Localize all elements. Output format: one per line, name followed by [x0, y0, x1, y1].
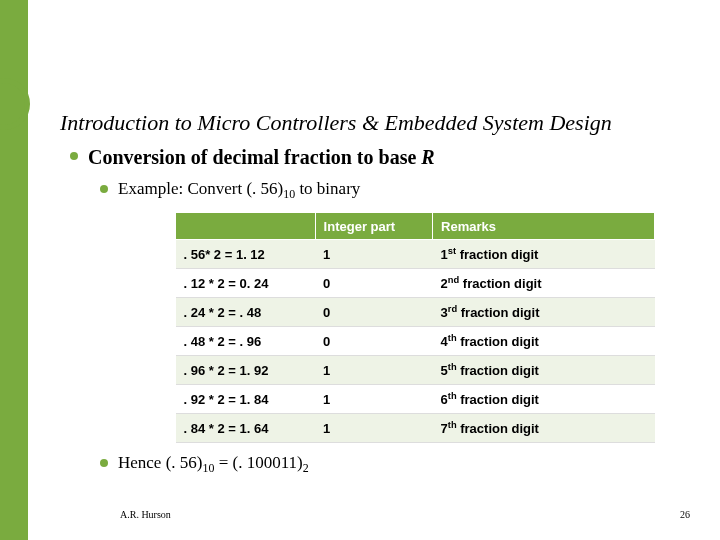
th-blank: [176, 213, 316, 240]
cell-remarks: 2nd fraction digit: [433, 269, 655, 298]
th-integer: Integer part: [315, 213, 432, 240]
bullet-icon: [100, 185, 108, 193]
cell-remarks: 3rd fraction digit: [433, 298, 655, 327]
cell-calc: . 48 * 2 = . 96: [176, 327, 316, 356]
heading-text: Conversion of decimal fraction to base: [88, 146, 421, 168]
cell-calc: . 92 * 2 = 1. 84: [176, 385, 316, 414]
cell-calc: . 96 * 2 = 1. 92: [176, 356, 316, 385]
table-row: . 24 * 2 = . 4803rd fraction digit: [176, 298, 655, 327]
cell-int: 1: [315, 240, 432, 269]
th-remarks: Remarks: [433, 213, 655, 240]
bullet-icon: [70, 152, 78, 160]
hence-line: Hence (. 56)10 = (. 100011)2: [118, 453, 690, 476]
cell-int: 0: [315, 327, 432, 356]
table-row: . 48 * 2 = . 9604th fraction digit: [176, 327, 655, 356]
example-line: Example: Convert (. 56)10 to binary: [118, 179, 690, 202]
cell-int: 0: [315, 298, 432, 327]
cell-calc: . 84 * 2 = 1. 64: [176, 414, 316, 443]
conversion-table: Integer part Remarks . 56* 2 = 1. 1211st…: [175, 212, 655, 443]
cell-int: 1: [315, 356, 432, 385]
heading-line: Conversion of decimal fraction to base R: [88, 146, 690, 169]
cell-remarks: 4th fraction digit: [433, 327, 655, 356]
heading-variable: R: [421, 146, 434, 168]
table-row: . 92 * 2 = 1. 8416th fraction digit: [176, 385, 655, 414]
cell-calc: . 56* 2 = 1. 12: [176, 240, 316, 269]
cell-calc: . 12 * 2 = 0. 24: [176, 269, 316, 298]
cell-remarks: 7th fraction digit: [433, 414, 655, 443]
cell-calc: . 24 * 2 = . 48: [176, 298, 316, 327]
example-label: Example: Convert (. 56): [118, 179, 283, 198]
table-row: . 12 * 2 = 0. 2402nd fraction digit: [176, 269, 655, 298]
slide-content: Introduction to Micro Controllers & Embe…: [60, 110, 690, 487]
hence-sub2: 2: [303, 462, 309, 476]
cell-remarks: 5th fraction digit: [433, 356, 655, 385]
slide-title: Introduction to Micro Controllers & Embe…: [60, 110, 690, 136]
table-row: . 56* 2 = 1. 1211st fraction digit: [176, 240, 655, 269]
example-sub: 10: [283, 187, 295, 201]
table-row: . 84 * 2 = 1. 6417th fraction digit: [176, 414, 655, 443]
cell-remarks: 1st fraction digit: [433, 240, 655, 269]
cell-int: 0: [315, 269, 432, 298]
table-row: . 96 * 2 = 1. 9215th fraction digit: [176, 356, 655, 385]
table-body: . 56* 2 = 1. 1211st fraction digit. 12 *…: [176, 240, 655, 443]
example-tail: to binary: [295, 179, 360, 198]
cell-int: 1: [315, 414, 432, 443]
cell-int: 1: [315, 385, 432, 414]
cell-remarks: 6th fraction digit: [433, 385, 655, 414]
hence-b: = (. 100011): [214, 453, 302, 472]
bullet-icon: [100, 459, 108, 467]
hence-sub1: 10: [203, 462, 215, 476]
footer-author: A.R. Hurson: [120, 509, 171, 520]
hence-a: Hence (. 56): [118, 453, 203, 472]
footer-page-number: 26: [680, 509, 690, 520]
